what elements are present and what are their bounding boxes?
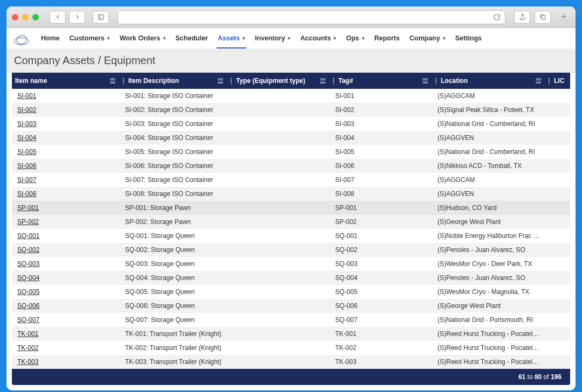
nav-label: Assets	[218, 34, 240, 42]
cell-item-name[interactable]: SQ-002	[12, 243, 120, 257]
cell-item-name[interactable]: SQ-005	[12, 285, 120, 299]
cell-lic	[545, 341, 570, 355]
nav-label: Customers	[70, 34, 105, 42]
minimize-window-button[interactable]	[22, 14, 29, 20]
cell-item-name[interactable]: SQ-007	[12, 313, 120, 327]
nav-inventory[interactable]: Inventory▾	[254, 31, 292, 48]
nav-label: Settings	[455, 34, 482, 42]
cell-item-name[interactable]: SQ-001	[12, 229, 120, 243]
col-location[interactable]: Location	[432, 73, 545, 89]
nav-assets[interactable]: Assets▾	[217, 31, 246, 48]
cell-item-name[interactable]: TK-001	[12, 327, 120, 341]
col-tag[interactable]: Tag#	[330, 73, 432, 89]
cell-item-name[interactable]: SP-001	[12, 201, 120, 215]
col-item-name[interactable]: Item name	[12, 73, 120, 89]
cell-item-description: SP-002: Storage Pawn	[120, 215, 227, 229]
table-row[interactable]: SI-007SI-007: Storage ISO ContainerSI-00…	[12, 173, 570, 187]
cell-location: (S)National Grid - Cumberland, RI	[432, 145, 545, 159]
col-label: Tag#	[338, 77, 353, 85]
column-menu-icon[interactable]	[320, 79, 325, 83]
cell-lic	[545, 355, 570, 369]
table-row[interactable]: SI-005SI-005: Storage ISO ContainerSI-00…	[12, 145, 570, 159]
nav-accounts[interactable]: Accounts▾	[299, 31, 337, 48]
table-row[interactable]: TK-002TK-002: Transport Trailer (Knight)…	[12, 341, 570, 355]
browser-window: + HomeCustomers▾Work Orders▾SchedulerAss…	[6, 6, 576, 390]
nav-label: Work Orders	[120, 34, 161, 42]
table-row[interactable]: TK-001TK-001: Transport Trailer (Knight)…	[12, 327, 570, 341]
cell-item-name[interactable]: SI-006	[12, 159, 120, 173]
column-menu-icon[interactable]	[422, 79, 428, 83]
cell-item-description: SI-006: Storage ISO Container	[120, 159, 227, 173]
cell-item-name[interactable]: SI-007	[12, 173, 120, 187]
cell-item-name[interactable]: SI-008	[12, 187, 120, 201]
new-tab-button[interactable]: +	[557, 6, 570, 28]
nav-scheduler[interactable]: Scheduler	[175, 31, 209, 48]
cell-item-name[interactable]: SI-003	[12, 117, 120, 131]
nav-reports[interactable]: Reports	[373, 31, 401, 48]
tabs-button[interactable]	[535, 11, 551, 24]
column-menu-icon[interactable]	[110, 79, 115, 83]
table-row[interactable]: SI-004SI-004: Storage ISO ContainerSI-00…	[12, 131, 570, 145]
table-row[interactable]: SP-001SP-001: Storage PawnSP-001(S)Hudso…	[12, 201, 570, 215]
col-lic[interactable]: LIC	[545, 73, 570, 89]
back-button[interactable]	[50, 11, 66, 24]
nav-home[interactable]: Home	[40, 31, 61, 48]
column-menu-icon[interactable]	[536, 79, 541, 83]
nav-settings[interactable]: Settings	[454, 31, 483, 48]
table-row[interactable]: SI-001SI-001: Storage ISO ContainerSI-00…	[12, 89, 570, 103]
nav-label: Reports	[375, 34, 400, 42]
table-row[interactable]: SQ-004SQ-004: Storage QueenSQ-004(S)Peno…	[12, 271, 570, 285]
cell-item-name[interactable]: SI-001	[12, 89, 120, 103]
table-row[interactable]: SQ-005SQ-005: Storage QueenSQ-005(S)WesM…	[12, 285, 570, 299]
address-bar[interactable]	[117, 10, 505, 24]
col-type[interactable]: Type (Equipment type)	[227, 73, 330, 89]
cell-item-name[interactable]: SQ-003	[12, 257, 120, 271]
cell-item-name[interactable]: TK-002	[12, 341, 120, 355]
cell-location: (S)AGGVEN	[432, 131, 545, 145]
cell-tag: SQ-006	[330, 299, 432, 313]
share-button[interactable]	[514, 11, 530, 24]
col-item-description[interactable]: Item Description	[120, 73, 227, 89]
maximize-window-button[interactable]	[32, 14, 39, 20]
reload-button[interactable]	[493, 13, 501, 21]
table-row[interactable]: SP-002SP-002: Storage PawnSP-002(S)Georg…	[12, 215, 570, 229]
col-label: LIC	[554, 77, 564, 85]
app-logo[interactable]	[13, 33, 30, 47]
sidebar-toggle-button[interactable]	[93, 11, 109, 24]
close-window-button[interactable]	[12, 14, 18, 20]
table-row[interactable]: SI-003SI-003: Storage ISO ContainerSI-00…	[12, 117, 570, 131]
table-row[interactable]: SQ-002SQ-002: Storage QueenSQ-002(S)Peno…	[12, 243, 570, 257]
cell-type	[227, 187, 330, 201]
cell-item-name[interactable]: SQ-004	[12, 271, 120, 285]
cell-type	[227, 341, 330, 355]
forward-button[interactable]	[69, 11, 85, 24]
table-row[interactable]: TK-003TK-003: Transport Trailer (Knight)…	[12, 355, 570, 369]
table-row[interactable]: SI-002SI-002: Storage ISO ContainerSI-00…	[12, 103, 570, 117]
nav-work-orders[interactable]: Work Orders▾	[119, 31, 167, 48]
cell-type	[227, 215, 330, 229]
cell-item-description: SQ-006: Storage Queen	[120, 299, 227, 313]
cell-item-name[interactable]: SQ-006	[12, 299, 120, 313]
cell-location: (S)National Grid - Cumberland, RI	[432, 117, 545, 131]
nav-customers[interactable]: Customers▾	[68, 31, 111, 48]
table-row[interactable]: SI-006SI-006: Storage ISO ContainerSI-00…	[12, 159, 570, 173]
cell-type	[227, 299, 330, 313]
cell-item-name[interactable]: SI-002	[12, 103, 120, 117]
table-row[interactable]: SQ-003SQ-003: Storage QueenSQ-003(S)WesM…	[12, 257, 570, 271]
table-row[interactable]: SQ-007SQ-007: Storage QueenSQ-007(S)Nati…	[12, 313, 570, 327]
table-row[interactable]: SQ-001SQ-001: Storage QueenSQ-001(S)Nobl…	[12, 229, 570, 243]
table-row[interactable]: SI-008SI-008: Storage ISO ContainerSI-00…	[12, 187, 570, 201]
column-menu-icon[interactable]	[218, 79, 223, 83]
table-row[interactable]: SQ-006SQ-006: Storage QueenSQ-006(S)Geor…	[12, 299, 570, 313]
cell-item-name[interactable]: SP-002	[12, 215, 120, 229]
cell-location: (S)Penoles - Juan Alvarez, SO	[432, 243, 545, 257]
cell-location: (S)WesMor Cryo - Deer Park, TX	[432, 257, 545, 271]
cell-item-name[interactable]: SI-005	[12, 145, 120, 159]
cell-type	[227, 145, 330, 159]
cell-item-name[interactable]: TK-003	[12, 355, 120, 369]
cell-location: (S)George West Plant	[432, 299, 545, 313]
nav-company[interactable]: Company▾	[408, 31, 447, 48]
cell-item-name[interactable]: SI-004	[12, 131, 120, 145]
col-label: Type (Equipment type)	[236, 77, 305, 85]
nav-ops[interactable]: Ops▾	[345, 31, 365, 48]
